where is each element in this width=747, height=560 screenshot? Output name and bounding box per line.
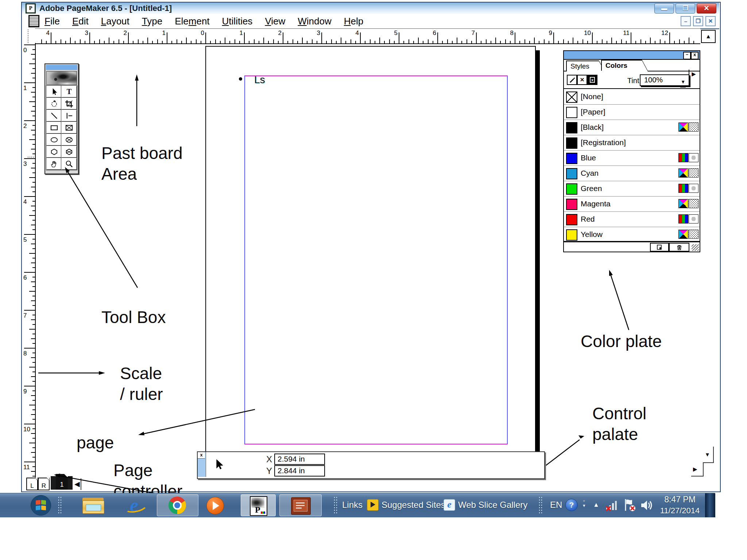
tab-styles[interactable]: Styles: [566, 61, 605, 71]
cmyk-model-icon[interactable]: [678, 168, 688, 178]
tool-rectangle[interactable]: [46, 122, 62, 134]
document-icon[interactable]: [28, 15, 39, 27]
help-tray-icon[interactable]: ?: [565, 499, 578, 511]
web-slice-gallery-label[interactable]: Web Slice Gallery: [458, 500, 527, 510]
tool-crop[interactable]: [61, 98, 77, 110]
halftone-model-icon[interactable]: [689, 168, 698, 178]
color-row-yellow[interactable]: Yellow: [564, 227, 700, 242]
page-text[interactable]: Ls: [254, 74, 265, 86]
menu-window[interactable]: Window: [298, 16, 331, 27]
circle-model-icon[interactable]: [689, 214, 698, 223]
suggested-sites-icon[interactable]: [367, 499, 379, 511]
y-coordinate-field[interactable]: 2.844 in: [274, 465, 325, 477]
tool-polygon-frame[interactable]: [61, 146, 77, 158]
tab-colors[interactable]: Colors: [601, 60, 648, 71]
menu-element[interactable]: Element: [175, 16, 209, 27]
scroll-down-button[interactable]: ▼: [705, 451, 710, 458]
halftone-model-icon[interactable]: [689, 122, 698, 132]
horizontal-ruler[interactable]: 43210123456789101112: [35, 28, 700, 44]
tool-ellipse-frame[interactable]: [61, 134, 77, 146]
menu-layout[interactable]: Layout: [101, 16, 129, 27]
tint-dropdown[interactable]: 100% ▼: [640, 74, 689, 86]
palette-minimize-button[interactable]: −: [683, 52, 691, 59]
doc-close-button[interactable]: ✕: [705, 16, 716, 26]
color-row-paper[interactable]: [Paper]: [564, 104, 700, 120]
circle-model-icon[interactable]: [689, 153, 698, 162]
tool-rotate[interactable]: [46, 98, 62, 110]
close-button[interactable]: ✕: [697, 3, 716, 13]
color-row-red[interactable]: Red: [564, 211, 700, 227]
rgb-model-icon[interactable]: [678, 153, 688, 162]
right-master-page[interactable]: R: [38, 478, 50, 490]
powerpoint-button[interactable]: [279, 494, 322, 516]
chevron-down-icon[interactable]: ▼: [680, 77, 686, 88]
color-row-magenta[interactable]: Magenta: [564, 196, 700, 212]
start-button[interactable]: [31, 495, 51, 516]
menu-file[interactable]: File: [44, 16, 60, 27]
resize-grip[interactable]: [692, 244, 699, 251]
toolbox-titlebar[interactable]: [46, 65, 77, 70]
halftone-model-icon[interactable]: [689, 230, 698, 239]
scroll-up-button[interactable]: ▲: [701, 30, 716, 43]
links-label[interactable]: Links: [342, 500, 363, 510]
network-icon[interactable]: [605, 499, 619, 512]
restore-button[interactable]: ❐: [676, 3, 695, 13]
menu-view[interactable]: View: [265, 16, 285, 27]
current-page-button[interactable]: 1: [56, 474, 68, 490]
ruler-zero-point[interactable]: [22, 28, 36, 44]
cmyk-model-icon[interactable]: [678, 230, 688, 239]
fill-button[interactable]: x: [587, 75, 597, 85]
menu-edit[interactable]: Edit: [72, 16, 89, 27]
tool-text[interactable]: T: [61, 86, 77, 98]
pagemaker-button[interactable]: P: [241, 494, 276, 516]
taskbar-grip[interactable]: [58, 496, 62, 514]
doc-restore-button[interactable]: ❐: [693, 16, 703, 26]
stroke-button[interactable]: [567, 75, 577, 85]
both-button[interactable]: ✕: [577, 75, 587, 85]
colors-palette-titlebar[interactable]: − x: [564, 51, 700, 60]
color-row-cyan[interactable]: Cyan: [564, 166, 700, 181]
rgb-model-icon[interactable]: [678, 214, 688, 223]
halftone-model-icon[interactable]: [689, 199, 698, 208]
taskbar-grip[interactable]: [333, 496, 338, 514]
menu-utilities[interactable]: Utilities: [222, 16, 253, 27]
left-master-page[interactable]: L: [26, 478, 38, 490]
page-scroll-left-arrow[interactable]: ◀: [74, 480, 80, 488]
new-color-button[interactable]: [650, 243, 669, 252]
tool-zoom[interactable]: [61, 158, 77, 170]
rgb-model-icon[interactable]: [678, 184, 688, 193]
volume-icon[interactable]: [640, 499, 654, 512]
color-row-black[interactable]: [Black]: [564, 120, 700, 135]
internet-explorer-button[interactable]: e: [124, 495, 144, 515]
control-close-button[interactable]: x: [198, 452, 205, 459]
menu-help[interactable]: Help: [344, 16, 363, 27]
scroll-right-button[interactable]: ▶: [693, 466, 697, 472]
tool-constrained-line[interactable]: [61, 110, 77, 122]
explorer-button[interactable]: [82, 498, 104, 513]
media-player-button[interactable]: [206, 496, 225, 515]
show-hidden-icons[interactable]: ▲: [593, 501, 599, 509]
taskbar-grip[interactable]: [538, 496, 543, 514]
tool-pointer[interactable]: [46, 86, 62, 98]
color-row-blue[interactable]: Blue: [564, 150, 700, 166]
tool-polygon[interactable]: [46, 146, 62, 158]
action-center-flag-icon[interactable]: [623, 498, 636, 512]
vertical-ruler[interactable]: 01234567891011: [22, 43, 36, 480]
delete-color-button[interactable]: [669, 243, 689, 252]
language-indicator[interactable]: EN: [550, 500, 562, 510]
minimize-button[interactable]: ▬: [654, 3, 674, 13]
color-row-green[interactable]: Green: [564, 181, 700, 197]
web-slice-icon[interactable]: e: [444, 499, 455, 511]
cmyk-model-icon[interactable]: [678, 122, 688, 132]
cmyk-model-icon[interactable]: [678, 199, 688, 208]
chrome-button[interactable]: [157, 494, 198, 516]
circle-model-icon[interactable]: [689, 184, 698, 193]
doc-minimize-button[interactable]: –: [681, 16, 691, 26]
tool-hand[interactable]: [46, 158, 62, 170]
title-bar[interactable]: P Adobe PageMaker 6.5 - [Untitled-1] ▬ ❐…: [22, 3, 719, 14]
x-coordinate-field[interactable]: 2.594 in: [274, 454, 325, 465]
tool-rectangle-frame[interactable]: [61, 122, 77, 134]
color-row-none[interactable]: [None]: [564, 89, 700, 105]
palette-close-button[interactable]: x: [691, 52, 698, 59]
clock[interactable]: 8:47 PM 11/27/2014: [656, 495, 704, 516]
